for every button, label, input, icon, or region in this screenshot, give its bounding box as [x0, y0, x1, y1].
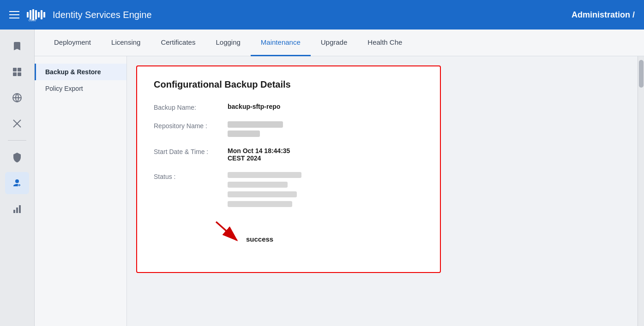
backup-name-label: Backup Name:	[154, 103, 228, 111]
backup-details-card: Configurational Backup Details Backup Na…	[136, 65, 441, 273]
sidebar-item-policy-export[interactable]: Policy Export	[35, 80, 126, 97]
hamburger-menu[interactable]	[9, 11, 19, 18]
svg-text:cisco: cisco	[29, 18, 36, 21]
main-content: Configurational Backup Details Backup Na…	[127, 56, 638, 326]
sidebar-icon-bookmark[interactable]	[5, 35, 29, 57]
app-title: Identity Services Engine	[53, 10, 152, 20]
start-datetime-label: Start Date & Time :	[154, 147, 228, 155]
tab-upgrade[interactable]: Upgrade	[311, 30, 358, 56]
repository-name-row: Repository Name :	[154, 121, 423, 137]
svg-rect-10	[13, 72, 17, 76]
svg-rect-6	[43, 12, 45, 18]
status-blurred-lines	[228, 172, 423, 207]
sidebar-icon-reports[interactable]	[5, 198, 29, 220]
sidebar-icons: ⚙	[0, 30, 35, 326]
tab-health-check[interactable]: Health Che	[357, 30, 412, 56]
status-row: Status :	[154, 172, 423, 207]
svg-line-22	[216, 222, 237, 240]
card-title: Configurational Backup Details	[154, 79, 423, 90]
repository-blurred	[228, 121, 423, 137]
sidebar-divider	[8, 140, 26, 141]
scrollbar-thumb[interactable]	[639, 60, 644, 88]
content-area: Deployment Licensing Certificates Loggin…	[35, 30, 644, 326]
page-body: Backup & Restore Policy Export Configura…	[35, 56, 644, 326]
start-datetime-value: Mon Oct 14 18:44:35CEST 2024	[228, 147, 423, 162]
start-datetime-row: Start Date & Time : Mon Oct 14 18:44:35C…	[154, 147, 423, 162]
status-value	[228, 172, 423, 207]
status-blurred-1	[228, 172, 301, 178]
svg-rect-8	[13, 68, 17, 71]
status-blurred-4	[228, 201, 292, 207]
svg-rect-11	[18, 72, 21, 76]
tab-deployment[interactable]: Deployment	[44, 30, 101, 56]
topbar: cisco Identity Services Engine Administr…	[0, 0, 644, 30]
blurred-line-1	[228, 121, 283, 128]
status-label: Status :	[154, 172, 228, 180]
sidebar-icon-network[interactable]	[5, 87, 29, 109]
status-blurred-2	[228, 182, 288, 188]
svg-rect-18	[13, 210, 15, 213]
svg-point-15	[15, 179, 19, 183]
svg-rect-19	[16, 207, 18, 213]
tab-nav: Deployment Licensing Certificates Loggin…	[35, 30, 644, 56]
repository-name-label: Repository Name :	[154, 121, 228, 130]
backup-name-value: backup-sftp-repo	[228, 103, 423, 110]
tab-logging[interactable]: Logging	[205, 30, 250, 56]
svg-rect-4	[38, 12, 40, 18]
repository-name-value	[228, 121, 423, 137]
svg-rect-9	[18, 68, 21, 71]
tab-maintenance[interactable]: Maintenance	[251, 30, 311, 56]
tab-certificates[interactable]: Certificates	[150, 30, 205, 56]
sidebar-item-backup-restore[interactable]: Backup & Restore	[35, 64, 126, 80]
scrollbar-track[interactable]	[638, 56, 644, 326]
svg-rect-0	[27, 12, 29, 18]
sidebar-icon-admin-user[interactable]: ⚙	[5, 172, 29, 194]
tab-licensing[interactable]: Licensing	[101, 30, 150, 56]
cisco-logo-icon: cisco	[26, 8, 46, 21]
svg-rect-3	[35, 10, 37, 19]
svg-rect-5	[41, 10, 42, 19]
svg-rect-1	[30, 10, 31, 19]
svg-rect-20	[19, 205, 21, 213]
success-label: success	[246, 235, 273, 243]
topbar-left: cisco Identity Services Engine	[9, 8, 152, 21]
blurred-line-2	[228, 130, 260, 137]
status-blurred-3	[228, 191, 297, 197]
sidebar-icon-tools[interactable]	[5, 113, 29, 135]
sidebar-icon-dashboard[interactable]	[5, 61, 29, 83]
main-layout: ⚙ Deployment Licensing Certificates Logg…	[0, 30, 644, 326]
success-area: success	[154, 217, 423, 245]
sidebar-icon-shield[interactable]	[5, 146, 29, 168]
sub-sidebar: Backup & Restore Policy Export	[35, 56, 127, 326]
red-arrow-icon	[209, 217, 246, 245]
backup-name-row: Backup Name: backup-sftp-repo	[154, 103, 423, 111]
topbar-right-label: Administration /	[572, 10, 635, 20]
